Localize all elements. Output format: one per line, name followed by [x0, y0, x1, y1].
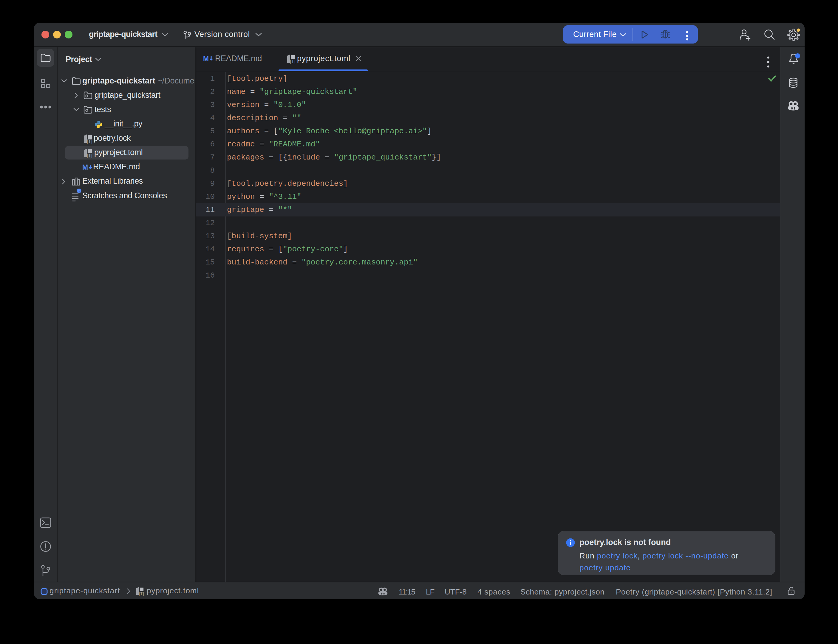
svg-text:[T]: [T] [87, 153, 92, 158]
svg-text:[T]: [T] [139, 591, 144, 596]
svg-text:M: M [203, 55, 209, 62]
svg-text:[T]: [T] [87, 139, 92, 144]
svg-text:M: M [82, 163, 88, 171]
svg-text:[T]: [T] [290, 59, 296, 64]
